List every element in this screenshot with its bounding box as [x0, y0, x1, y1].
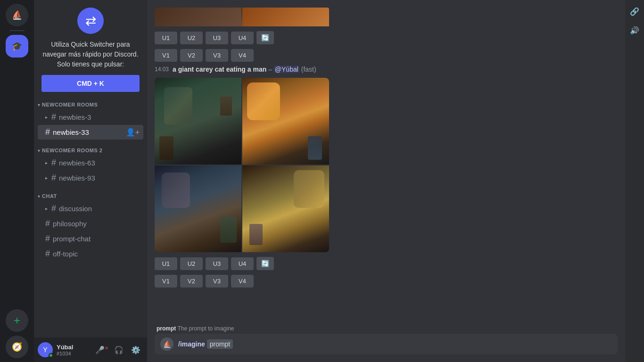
add-member-icon[interactable]: 👤+	[126, 128, 140, 137]
channel-label-discussion: discussion	[59, 205, 92, 213]
speaker-icon-button[interactable]: 🔊	[627, 23, 642, 38]
category-label-newcomer-rooms: NEWCOMER ROOMS	[42, 102, 98, 107]
hash-icon: #	[45, 127, 50, 137]
user-name: Yúbal	[57, 344, 91, 351]
server-icon-boat[interactable]: ⛵	[6, 4, 28, 26]
hash-icon: #	[45, 234, 50, 244]
avatar-letter: Y	[43, 346, 47, 354]
button-row-u-1: U1 U2 U3 U4 🔄	[155, 31, 618, 44]
user-controls: 🎤✕ 🎧 ⚙️	[94, 342, 143, 357]
image-cell-4	[242, 165, 329, 252]
button-row-v-2: V1 V2 V3 V4	[155, 275, 618, 288]
channel-label-newbies-33: newbies-33	[53, 128, 89, 136]
upscale-u1-button-2[interactable]: U1	[155, 257, 177, 270]
upscale-u3-button[interactable]: U3	[206, 32, 228, 44]
upscale-u4-button-2[interactable]: U4	[231, 257, 254, 270]
channel-collapsed-arrow: ▸	[45, 115, 48, 120]
right-panel: 🔗 🔊	[625, 0, 644, 362]
input-helper-hint: The prompt to imagine	[177, 325, 234, 332]
server-sidebar: ⛵ 🎓 + 🧭	[0, 0, 34, 362]
chat-input-wrapper: ⛵ /imagine prompt	[155, 334, 618, 354]
server-icon-cap[interactable]: 🎓	[6, 35, 28, 58]
channel-label-newbies-63: newbies-63	[59, 159, 95, 167]
variation-v1-button-2[interactable]: V1	[155, 275, 177, 288]
hash-icon: #	[51, 158, 56, 168]
user-bar: Y Yúbal #1034 🎤✕ 🎧 ⚙️	[34, 337, 147, 362]
refresh-button-2[interactable]: 🔄	[256, 257, 274, 270]
variation-v3-button[interactable]: V3	[206, 49, 228, 62]
channel-newbies-33[interactable]: # newbies-33 👤+	[38, 125, 143, 140]
hash-icon: #	[45, 219, 50, 229]
quick-switcher-description: Utiliza Quick Switcher paranavegar más r…	[42, 40, 138, 69]
category-chat[interactable]: ▾ CHAT	[34, 186, 147, 201]
settings-button[interactable]: ⚙️	[128, 342, 143, 357]
category-arrow-chat: ▾	[38, 194, 40, 199]
variation-v2-button[interactable]: V2	[180, 49, 203, 62]
channel-philosophy[interactable]: # philosophy	[38, 216, 143, 231]
partial-image-strip	[155, 8, 329, 26]
command-name: /imagine	[178, 340, 205, 348]
explore-servers-button[interactable]: 🧭	[6, 336, 28, 358]
hash-icon: #	[51, 112, 56, 122]
message-group-2: 14:03 a giant carey cat eating a man – @…	[155, 66, 618, 288]
hash-icon: #	[51, 204, 56, 214]
input-area: prompt The prompt to imagine ⛵ /imagine …	[147, 321, 625, 362]
quick-switcher-shortcut-button[interactable]: CMD + K	[41, 75, 140, 92]
bot-icon: ⛵	[160, 337, 173, 351]
message-header-2: 14:03 a giant carey cat eating a man – @…	[155, 66, 618, 73]
channel-label-newbies-3: newbies-3	[59, 113, 91, 121]
variation-v4-button[interactable]: V4	[231, 49, 254, 62]
upscale-u3-button-2[interactable]: U3	[206, 257, 228, 270]
user-info: Yúbal #1034	[57, 344, 91, 356]
upscale-u1-button[interactable]: U1	[155, 32, 177, 44]
upscale-u2-button-2[interactable]: U2	[180, 257, 203, 270]
image-cell-1	[155, 78, 241, 165]
channel-off-topic[interactable]: # off-topic	[38, 247, 143, 261]
channel-label-philosophy: philosophy	[53, 220, 87, 228]
channel-newbies-63[interactable]: ▸ # newbies-63	[38, 156, 143, 170]
variation-v2-button-2[interactable]: V2	[180, 275, 203, 288]
message-time-2: 14:03	[155, 66, 169, 73]
upscale-u2-button[interactable]: U2	[180, 32, 203, 44]
category-arrow-newcomer-rooms: ▾	[38, 102, 40, 107]
variation-v1-button[interactable]: V1	[155, 49, 177, 62]
quick-switcher-icon: ⇄	[77, 8, 104, 34]
input-helper-label: prompt	[157, 325, 176, 332]
channel-label-newbies-93: newbies-93	[59, 174, 95, 182]
channel-prompt-chat[interactable]: # prompt-chat	[38, 231, 143, 246]
chat-area: U1 U2 U3 U4 🔄 V1 V2 V3 V4 14:03 a giant …	[147, 0, 625, 321]
button-row-v-1: V1 V2 V3 V4	[155, 49, 618, 62]
button-row-u-2: U1 U2 U3 U4 🔄	[155, 257, 618, 270]
upscale-u4-button[interactable]: U4	[231, 32, 254, 44]
image-cell-2	[242, 78, 329, 165]
image-grid-2	[155, 78, 329, 252]
deafen-button[interactable]: 🎧	[111, 342, 126, 357]
prompt-highlight[interactable]: prompt	[207, 339, 233, 349]
category-newcomer-rooms-2[interactable]: ▾ NEWCOMER ROOMS 2	[34, 140, 147, 155]
message-text-2: a giant carey cat eating a man – @Yúbal …	[173, 66, 316, 73]
variation-v3-button-2[interactable]: V3	[206, 275, 228, 288]
server-divider	[9, 30, 25, 31]
link-icon-button[interactable]: 🔗	[627, 4, 642, 19]
channel-label-prompt-chat: prompt-chat	[53, 235, 91, 243]
variation-v4-button-2[interactable]: V4	[231, 275, 254, 288]
refresh-button-1[interactable]: 🔄	[256, 31, 274, 44]
hash-icon: #	[45, 249, 50, 259]
channel-discussion[interactable]: ▸ # discussion	[38, 201, 143, 216]
add-server-button[interactable]: +	[6, 309, 28, 332]
category-label-newcomer-rooms-2: NEWCOMER ROOMS 2	[42, 148, 102, 153]
channel-collapsed-arrow-93: ▸	[45, 175, 48, 181]
hash-icon: #	[51, 173, 56, 183]
channel-collapsed-arrow-63: ▸	[45, 160, 48, 165]
user-discriminator: #1034	[57, 351, 91, 356]
channel-collapsed-arrow-discussion: ▸	[45, 206, 48, 211]
channel-sidebar: ⇄ Utiliza Quick Switcher paranavegar más…	[34, 0, 147, 362]
avatar: Y	[38, 342, 53, 357]
image-cell-3	[155, 165, 241, 252]
slash-command-display: /imagine prompt	[178, 340, 233, 348]
channel-newbies-93[interactable]: ▸ # newbies-93	[38, 171, 143, 185]
mute-button[interactable]: 🎤✕	[94, 342, 109, 357]
channel-label-off-topic: off-topic	[53, 250, 78, 258]
channel-newbies-3[interactable]: ▸ # newbies-3	[38, 110, 143, 124]
user-status-dot	[49, 353, 53, 358]
